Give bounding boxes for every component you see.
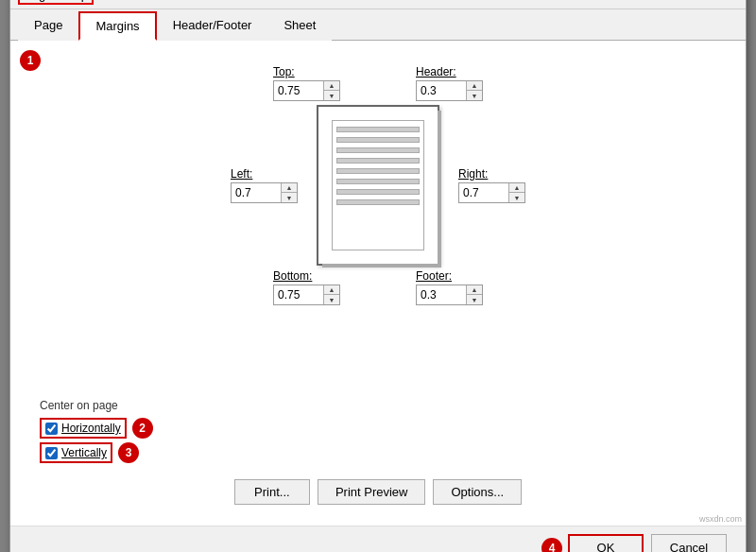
bottom-field-group: Bottom: ▲ ▼: [273, 269, 340, 305]
print-preview-button[interactable]: Print Preview: [318, 479, 426, 505]
tab-page[interactable]: Page: [18, 11, 78, 41]
vertically-label: Vertically: [61, 446, 107, 459]
bottom-row: Bottom: ▲ ▼ Footer: ▲: [273, 269, 483, 305]
footer-spinner: ▲ ▼: [416, 285, 483, 305]
right-spin-up[interactable]: ▲: [509, 183, 524, 193]
page-line: [336, 199, 420, 205]
middle-row: Left: ▲ ▼: [231, 105, 525, 266]
footer-label: Footer:: [416, 269, 452, 283]
left-spinner: ▲ ▼: [231, 182, 298, 203]
action-button-row: Print... Print Preview Options...: [29, 470, 727, 510]
header-label: Header:: [416, 65, 456, 78]
dialog-title: Page Setup: [18, 0, 94, 5]
left-input[interactable]: [232, 184, 281, 201]
header-spin-down[interactable]: ▼: [467, 91, 482, 100]
top-field-group: Top: ▲ ▼: [273, 65, 340, 101]
header-field-group: Header: ▲ ▼: [416, 65, 483, 101]
top-row: Top: ▲ ▼ Header: ▲: [273, 65, 483, 101]
page-preview-inner: [332, 120, 424, 250]
left-field-group: Left: ▲ ▼: [231, 167, 298, 203]
top-input[interactable]: [274, 82, 323, 99]
left-spin-up[interactable]: ▲: [282, 183, 297, 193]
ok-button[interactable]: OK: [568, 534, 644, 552]
top-spin-down[interactable]: ▼: [324, 91, 339, 100]
right-spin-down[interactable]: ▼: [509, 193, 524, 202]
badge-3: 3: [118, 442, 139, 463]
tab-content: 1 Top: ▲ ▼ Header:: [10, 41, 746, 526]
confirm-button-row: 4 OK Cancel: [10, 526, 746, 552]
left-spin-down[interactable]: ▼: [282, 193, 297, 202]
footer-input[interactable]: [417, 286, 466, 303]
tab-header-footer[interactable]: Header/Footer: [157, 11, 268, 41]
right-field-group: Right: ▲ ▼: [458, 167, 525, 203]
margins-layout: Top: ▲ ▼ Header: ▲: [29, 56, 727, 377]
header-spinner: ▲ ▼: [416, 80, 483, 101]
bottom-spin-up[interactable]: ▲: [324, 285, 339, 295]
header-input[interactable]: [417, 82, 466, 99]
horizontally-row: Horizontally 2: [40, 418, 716, 439]
print-button[interactable]: Print...: [234, 479, 310, 505]
tab-sheet[interactable]: Sheet: [267, 11, 332, 41]
bottom-input[interactable]: [274, 286, 323, 303]
badge-4: 4: [541, 538, 562, 553]
bottom-spin-down[interactable]: ▼: [324, 295, 339, 304]
horizontally-checkbox-outlined: Horizontally: [40, 418, 127, 439]
center-on-page-title: Center on page: [40, 399, 716, 412]
page-setup-dialog: Page Setup ? ✕ Page Margins Header/Foote…: [9, 0, 747, 552]
title-controls: ? ✕: [696, 0, 738, 5]
right-spinner-btns: ▲ ▼: [508, 183, 524, 202]
close-button[interactable]: ✕: [719, 0, 738, 5]
top-spin-up[interactable]: ▲: [324, 81, 339, 91]
horizontally-label: Horizontally: [61, 422, 121, 435]
left-spinner-btns: ▲ ▼: [281, 183, 297, 202]
tab-bar: Page Margins Header/Footer Sheet: [10, 11, 746, 41]
title-bar: Page Setup ? ✕: [10, 0, 746, 9]
page-line: [336, 158, 420, 164]
page-lines: [333, 121, 423, 211]
footer-spin-down[interactable]: ▼: [467, 295, 482, 304]
cancel-button[interactable]: Cancel: [651, 534, 727, 552]
header-spinner-btns: ▲ ▼: [466, 81, 482, 100]
right-input[interactable]: [459, 184, 508, 201]
options-button[interactable]: Options...: [433, 479, 522, 505]
top-spinner: ▲ ▼: [273, 80, 340, 101]
page-line: [336, 127, 420, 132]
page-preview: [317, 105, 439, 266]
top-label: Top:: [273, 65, 295, 78]
page-line: [336, 189, 420, 195]
page-line: [336, 147, 420, 153]
right-spinner: ▲ ▼: [458, 182, 525, 203]
bottom-spinner-btns: ▲ ▼: [323, 285, 339, 304]
page-shadow-right: [438, 111, 441, 267]
vertically-checkbox-outlined: Vertically: [40, 442, 112, 463]
header-spin-up[interactable]: ▲: [467, 81, 482, 91]
bottom-label: Bottom:: [273, 269, 312, 283]
tab-margins[interactable]: Margins: [78, 11, 156, 41]
right-label: Right:: [458, 167, 488, 181]
vertically-row: Vertically 3: [40, 442, 716, 463]
page-line: [336, 168, 420, 174]
badge-2: 2: [132, 418, 153, 439]
top-spinner-btns: ▲ ▼: [323, 81, 339, 100]
left-label: Left:: [231, 167, 252, 181]
page-line: [336, 137, 420, 143]
page-shadow-bottom: [322, 264, 441, 267]
horizontally-checkbox[interactable]: [45, 423, 58, 435]
ok-badge-wrap: 4 OK: [541, 534, 644, 552]
watermark: wsxdn.com: [699, 514, 742, 524]
page-line: [336, 179, 420, 184]
center-on-page-section: Center on page Horizontally 2 Vertically…: [29, 392, 727, 470]
footer-spin-up[interactable]: ▲: [467, 285, 482, 295]
vertically-checkbox[interactable]: [45, 447, 58, 459]
footer-field-group: Footer: ▲ ▼: [416, 269, 483, 305]
help-button[interactable]: ?: [696, 0, 715, 5]
footer-spinner-btns: ▲ ▼: [466, 285, 482, 304]
bottom-spinner: ▲ ▼: [273, 285, 340, 305]
